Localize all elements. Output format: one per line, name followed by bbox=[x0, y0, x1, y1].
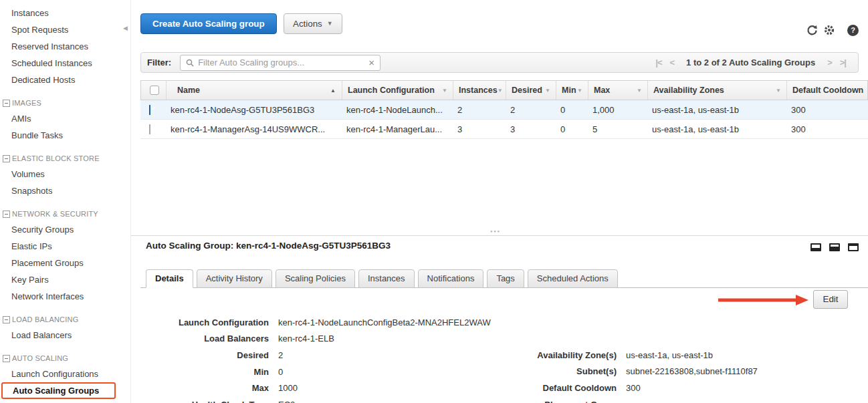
edit-button[interactable]: Edit bbox=[813, 290, 848, 309]
column-header-desired[interactable]: Desired▼ bbox=[506, 81, 556, 100]
collapse-sidebar-icon[interactable]: ◀ bbox=[121, 21, 130, 35]
sidebar-item-dedicated-hosts[interactable]: Dedicated Hosts bbox=[0, 72, 130, 88]
table-header-row: Name▲ Launch Configuration▼ Instances▼ D… bbox=[140, 80, 868, 100]
actions-button[interactable]: Actions ▼ bbox=[284, 13, 342, 34]
cell-default-cooldown: 300 bbox=[786, 124, 868, 134]
tab-notifications[interactable]: Notifications bbox=[418, 269, 484, 288]
cell-instances: 2 bbox=[452, 105, 505, 115]
field-health-check-type: Health Check Type EC2 bbox=[140, 396, 491, 403]
layout-full-pane-icon[interactable] bbox=[848, 243, 859, 251]
section-collapse-icon[interactable] bbox=[3, 155, 10, 162]
column-caret-icon: ▼ bbox=[498, 88, 503, 94]
table-row[interactable]: ken-rc4-1-NodeAsg-G5TU3P561BG3 ken-rc4-1… bbox=[140, 100, 868, 120]
column-header-default-cooldown[interactable]: Default Cooldown bbox=[786, 81, 868, 100]
sidebar-item-launch-configurations[interactable]: Launch Configurations bbox=[0, 366, 130, 382]
row-checkbox-cell bbox=[140, 124, 165, 134]
select-all-checkbox[interactable] bbox=[150, 86, 159, 95]
section-collapse-icon[interactable] bbox=[3, 355, 10, 362]
section-collapse-icon[interactable] bbox=[3, 211, 10, 218]
sidebar-section-load-balancing[interactable]: LOAD BALANCING bbox=[0, 312, 130, 327]
filter-label: Filter: bbox=[147, 57, 171, 68]
cell-min: 0 bbox=[555, 105, 587, 115]
sidebar-item-security-groups[interactable]: Security Groups bbox=[0, 221, 130, 238]
column-header-availability-zones[interactable]: Availability Zones▼ bbox=[647, 81, 786, 100]
last-page-icon[interactable]: >| bbox=[836, 57, 850, 68]
sidebar-item-auto-scaling-groups[interactable]: Auto Scaling Groups bbox=[1, 382, 116, 399]
column-caret-icon: ▼ bbox=[442, 88, 447, 94]
sidebar-item-network-interfaces[interactable]: Network Interfaces bbox=[0, 288, 130, 305]
column-header-instances[interactable]: Instances▼ bbox=[453, 81, 506, 100]
layout-bottom-pane-icon[interactable] bbox=[810, 243, 821, 251]
sidebar-nav: Instances Spot Requests Reserved Instanc… bbox=[0, 0, 131, 403]
sidebar-section-images[interactable]: IMAGES bbox=[0, 96, 130, 110]
field-desired: Desired 2 bbox=[140, 347, 491, 364]
cell-availability-zones: us-east-1a, us-east-1b bbox=[647, 105, 786, 115]
cell-availability-zones: us-east-1a, us-east-1b bbox=[647, 124, 786, 134]
sidebar-item-volumes[interactable]: Volumes bbox=[0, 166, 130, 182]
row-checkbox[interactable] bbox=[149, 124, 150, 134]
next-page-icon[interactable]: > bbox=[823, 57, 836, 68]
sort-asc-icon: ▲ bbox=[330, 88, 336, 94]
section-collapse-icon[interactable] bbox=[3, 100, 10, 107]
table-row[interactable]: ken-rc4-1-ManagerAsg-14US9WWCR... ken-rc… bbox=[140, 120, 868, 139]
section-collapse-icon[interactable] bbox=[3, 316, 10, 323]
cell-max: 1,000 bbox=[587, 105, 647, 115]
sidebar-item-spot-requests[interactable]: Spot Requests bbox=[0, 21, 130, 38]
cell-min: 0 bbox=[555, 124, 587, 134]
sidebar-item-amis[interactable]: AMIs bbox=[0, 110, 130, 127]
field-availability-zones: Availability Zone(s) us-east-1a, us-east… bbox=[484, 347, 758, 364]
column-header-name[interactable]: Name▲ bbox=[166, 81, 342, 100]
cell-instances: 3 bbox=[452, 124, 505, 134]
gear-icon[interactable] bbox=[823, 24, 835, 36]
sidebar-item-elastic-ips[interactable]: Elastic IPs bbox=[0, 238, 130, 255]
tab-details[interactable]: Details bbox=[146, 269, 193, 288]
tab-scheduled-actions[interactable]: Scheduled Actions bbox=[528, 269, 618, 288]
sidebar-item-placement-groups[interactable]: Placement Groups bbox=[0, 255, 130, 271]
sidebar-item-bundle-tasks[interactable]: Bundle Tasks bbox=[0, 127, 130, 144]
clear-filter-icon[interactable]: × bbox=[368, 57, 374, 68]
sidebar-item-key-pairs[interactable]: Key Pairs bbox=[0, 271, 130, 288]
sidebar-section-network-security[interactable]: NETWORK & SECURITY bbox=[0, 207, 130, 221]
asg-table: Name▲ Launch Configuration▼ Instances▼ D… bbox=[140, 80, 868, 139]
filter-input[interactable] bbox=[198, 57, 364, 68]
tab-tags[interactable]: Tags bbox=[487, 269, 524, 288]
row-checkbox-cell bbox=[140, 105, 165, 115]
layout-split-pane-icon[interactable] bbox=[829, 243, 840, 251]
column-header-launch-configuration[interactable]: Launch Configuration▼ bbox=[342, 81, 453, 100]
first-page-icon[interactable]: |< bbox=[651, 57, 665, 68]
column-caret-icon: ▼ bbox=[637, 88, 642, 94]
refresh-icon[interactable] bbox=[806, 25, 818, 36]
annotation-arrow bbox=[717, 294, 810, 306]
cell-desired: 3 bbox=[505, 124, 555, 134]
field-max: Max 1000 bbox=[140, 380, 491, 396]
tab-instances[interactable]: Instances bbox=[358, 269, 415, 288]
help-icon[interactable]: ? bbox=[847, 25, 859, 36]
tab-scaling-policies[interactable]: Scaling Policies bbox=[276, 269, 355, 288]
cell-name: ken-rc4-1-NodeAsg-G5TU3P561BG3 bbox=[165, 105, 341, 115]
column-caret-icon: ▼ bbox=[577, 88, 582, 94]
field-default-cooldown: Default Cooldown 300 bbox=[484, 380, 758, 396]
sidebar-item-scheduled-instances[interactable]: Scheduled Instances bbox=[0, 55, 130, 72]
sidebar-item-load-balancers[interactable]: Load Balancers bbox=[0, 327, 130, 344]
sidebar-item-reserved-instances[interactable]: Reserved Instances bbox=[0, 38, 130, 55]
cell-launch-configuration: ken-rc4-1-ManagerLau... bbox=[341, 124, 452, 134]
sidebar-section-auto-scaling[interactable]: AUTO SCALING bbox=[0, 351, 130, 366]
detail-fields-left: Launch Configuration ken-rc4-1-NodeLaunc… bbox=[140, 314, 491, 403]
create-auto-scaling-group-button[interactable]: Create Auto Scaling group bbox=[140, 13, 277, 34]
prev-page-icon[interactable]: < bbox=[665, 57, 678, 68]
sidebar-item-snapshots[interactable]: Snapshots bbox=[0, 182, 130, 199]
sidebar-section-elastic-block-store[interactable]: ELASTIC BLOCK STORE bbox=[0, 151, 130, 166]
pane-layout-controls bbox=[810, 243, 859, 251]
detail-tabs: Details Activity History Scaling Policie… bbox=[140, 268, 868, 288]
cell-launch-configuration: ken-rc4-1-NodeLaunch... bbox=[341, 105, 452, 115]
tab-activity-history[interactable]: Activity History bbox=[197, 269, 272, 288]
sidebar-item-instances[interactable]: Instances bbox=[0, 5, 130, 21]
column-caret-icon: ▼ bbox=[545, 88, 550, 94]
column-header-max[interactable]: Max▼ bbox=[588, 81, 647, 100]
search-box[interactable]: × bbox=[180, 55, 381, 71]
pagination: |< < 1 to 2 of 2 Auto Scaling Groups > >… bbox=[651, 57, 850, 68]
column-header-min[interactable]: Min▼ bbox=[556, 81, 588, 100]
row-checkbox[interactable] bbox=[149, 105, 150, 115]
pane-resize-handle[interactable]: ● ● ● bbox=[490, 229, 500, 233]
field-subnets: Subnet(s) subnet-22163808,subnet-f1110f8… bbox=[484, 364, 758, 380]
